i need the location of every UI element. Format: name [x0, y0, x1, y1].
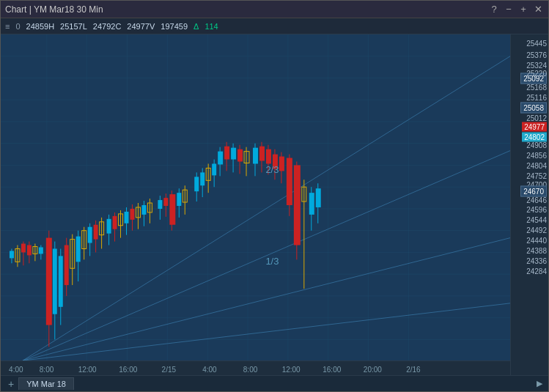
price-24284: 24284	[526, 267, 547, 275]
price-24440: 24440	[526, 237, 547, 245]
svg-rect-40	[39, 248, 43, 254]
price-24752: 24752	[526, 171, 547, 180]
price-25168: 25168	[526, 84, 547, 92]
svg-rect-58	[94, 225, 98, 240]
svg-rect-30	[10, 251, 14, 258]
svg-rect-100	[231, 148, 236, 160]
svg-rect-52	[76, 237, 81, 262]
chart-svg	[1, 34, 510, 375]
tab-bar: + YM Mar 18 ▶	[1, 375, 548, 391]
fraction-label-1-3: 1/3	[265, 256, 279, 267]
svg-rect-102	[237, 149, 243, 162]
svg-rect-0	[1, 34, 510, 375]
svg-rect-106	[253, 148, 258, 164]
info-volume: 197459	[161, 22, 188, 31]
info-delta-label: Δ	[194, 22, 199, 31]
svg-rect-80	[163, 198, 168, 206]
svg-rect-116	[287, 158, 292, 205]
price-25376: 25376	[526, 51, 547, 59]
time-label-8am-2: 8:00	[243, 366, 257, 374]
info-prefix: ≡	[5, 22, 10, 31]
price-24977: 24977	[522, 122, 547, 131]
svg-rect-68	[125, 212, 129, 223]
price-24596: 24596	[526, 206, 547, 214]
title-bar-left: Chart | YM Mar18 30 Min	[5, 4, 103, 15]
time-label-16pm-1: 16:00	[119, 366, 137, 374]
time-label-4am-1: 4:00	[9, 366, 23, 374]
price-24802: 24802	[522, 132, 547, 141]
price-24856: 24856	[526, 152, 547, 160]
svg-rect-82	[169, 194, 175, 225]
svg-rect-46	[59, 256, 63, 306]
time-label-4am-2: 4:00	[202, 366, 216, 374]
svg-rect-42	[46, 238, 52, 325]
time-label-12pm-1: 12:00	[78, 366, 97, 374]
chart-container[interactable]: 4:00 8:00 12:00 16:00 2/15 4:00 8:00 12:…	[1, 34, 548, 375]
minimize-button[interactable]: −	[503, 4, 515, 15]
svg-rect-98	[224, 147, 229, 160]
info-delta-value: 114	[205, 22, 218, 31]
svg-rect-122	[309, 193, 314, 215]
info-high: 24859H	[26, 22, 55, 31]
svg-rect-44	[53, 248, 57, 314]
svg-rect-70	[130, 209, 134, 220]
price-25220: 25220	[526, 70, 547, 78]
chart-main[interactable]: 4:00 8:00 12:00 16:00 2/15 4:00 8:00 12:…	[1, 34, 510, 375]
title-bar-controls: ? − + ✕	[488, 4, 544, 15]
time-label-215: 2/15	[162, 366, 176, 374]
price-25058: 25058	[520, 102, 547, 113]
svg-rect-62	[107, 219, 111, 234]
svg-rect-94	[212, 163, 216, 175]
svg-rect-110	[266, 149, 271, 164]
info-bar: ≡ 0 24859H 25157L 24792C 24977V 197459 Δ…	[1, 18, 548, 34]
maximize-button[interactable]: +	[517, 4, 529, 15]
svg-rect-114	[279, 157, 284, 171]
scroll-right-button[interactable]: ▶	[534, 379, 545, 388]
svg-rect-74	[141, 205, 146, 215]
svg-rect-90	[200, 172, 205, 185]
price-24908: 24908	[526, 141, 547, 149]
svg-rect-34	[21, 244, 26, 253]
price-25445: 25445	[526, 39, 547, 47]
svg-rect-88	[194, 177, 199, 191]
main-window: Chart | YM Mar18 30 Min ? − + ✕ ≡ 0 2485…	[0, 0, 549, 392]
svg-rect-64	[113, 216, 117, 229]
price-25324: 25324	[526, 61, 547, 69]
svg-rect-84	[177, 193, 181, 206]
tab-ym-mar18[interactable]: YM Mar 18	[18, 377, 74, 390]
close-button[interactable]: ✕	[532, 4, 544, 15]
price-24492: 24492	[526, 226, 547, 234]
info-last: 24977V	[127, 22, 155, 31]
time-label-16pm-2: 16:00	[323, 366, 341, 374]
price-25116: 25116	[526, 94, 547, 102]
price-axis: 25445 25376 25324 25092 25220 25168 2511…	[510, 34, 548, 375]
svg-rect-96	[218, 152, 223, 165]
time-label-12pm-2: 12:00	[282, 366, 301, 374]
price-24388: 24388	[526, 247, 547, 255]
tab-add-button[interactable]: +	[4, 378, 18, 390]
window-title: Chart | YM Mar18 30 Min	[5, 4, 103, 15]
price-24646: 24646	[526, 196, 547, 204]
title-bar: Chart | YM Mar18 30 Min ? − + ✕	[1, 1, 548, 18]
info-low: 25157L	[60, 22, 87, 31]
svg-rect-108	[259, 147, 265, 161]
time-label-20pm: 20:00	[364, 366, 382, 374]
svg-rect-36	[27, 245, 32, 256]
info-open: 0	[15, 22, 20, 31]
fraction-label-2-3: 2/3	[265, 164, 279, 175]
price-24336: 24336	[526, 257, 547, 265]
price-24544: 24544	[526, 216, 547, 224]
price-25012: 25012	[526, 114, 547, 122]
price-24804: 24804	[526, 162, 547, 170]
svg-rect-118	[294, 165, 301, 245]
svg-rect-124	[316, 188, 321, 207]
time-label-8am-1: 8:00	[40, 366, 54, 374]
svg-rect-48	[65, 245, 69, 286]
info-close: 24792C	[93, 22, 122, 31]
svg-rect-78	[158, 200, 162, 209]
svg-rect-56	[88, 227, 92, 243]
time-label-216: 2/16	[406, 366, 420, 374]
help-button[interactable]: ?	[488, 4, 500, 15]
